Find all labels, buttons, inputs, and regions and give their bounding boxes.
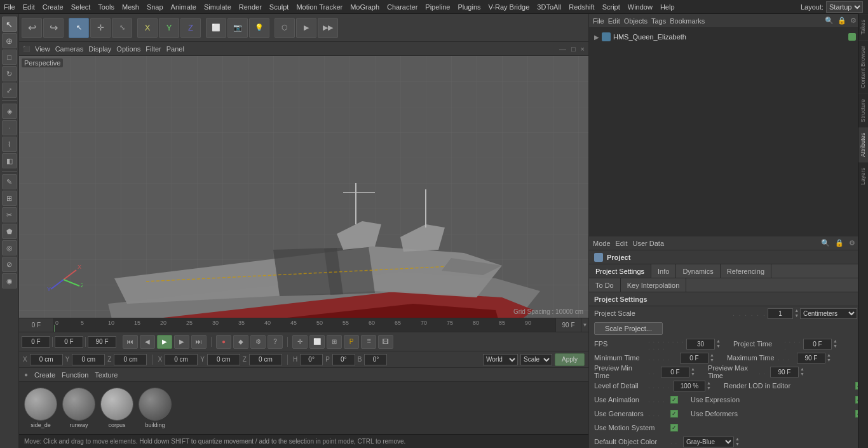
obj-settings-icon[interactable]: ⚙	[850, 17, 857, 25]
proj-time-arrows[interactable]: ▲ ▼	[833, 339, 837, 349]
y-axis-btn[interactable]: Y	[159, 18, 179, 38]
proj-scale-unit-select[interactable]: Centimeters	[800, 308, 857, 319]
scale-project-btn[interactable]: Scale Project...	[594, 322, 663, 335]
userdata-tab[interactable]: User Data	[633, 240, 665, 247]
proj-time-input[interactable]	[803, 339, 832, 350]
attributes-tab[interactable]: Attributes	[858, 127, 868, 162]
obj-search-icon[interactable]: 🔍	[825, 17, 834, 25]
render-active-btn[interactable]: ▶	[296, 18, 316, 38]
world-select[interactable]: World	[483, 354, 518, 365]
timeline-track[interactable]: 0 5 10 15 20 25 30 35 40 45 50 55 60 65 …	[54, 318, 555, 332]
min-time-arrows[interactable]: ▲ ▼	[710, 353, 714, 363]
light-btn[interactable]: 💡	[249, 18, 269, 38]
menu-snap[interactable]: Snap	[143, 0, 167, 14]
next-frame-btn[interactable]: ▶	[174, 335, 189, 349]
takes-tab[interactable]: Takes	[858, 14, 868, 40]
menu-edit[interactable]: Edit	[19, 0, 39, 14]
obj-bookmarks-menu[interactable]: Bookmarks	[670, 17, 705, 25]
obj-tags-menu[interactable]: Tags	[651, 17, 666, 25]
move-tool-btn[interactable]: ↖	[2, 17, 17, 32]
menu-window[interactable]: Window	[624, 0, 656, 14]
box-tc[interactable]: ⬜	[309, 335, 325, 349]
timeline-expand-btn[interactable]: ▼	[581, 318, 588, 332]
prev-min-input[interactable]	[661, 367, 689, 377]
obj-name[interactable]: HMS_Queen_Elizabeth	[613, 33, 686, 41]
obj-lock-icon[interactable]: 🔒	[837, 17, 846, 25]
proj-tab-info[interactable]: Info	[651, 264, 676, 278]
proj-scale-input[interactable]	[768, 308, 793, 319]
menu-3dto[interactable]: 3DToAll	[533, 0, 565, 14]
knife-btn[interactable]: ✂	[2, 207, 17, 222]
proj-tab-todo[interactable]: To Do	[589, 278, 621, 292]
material-runway[interactable]: runway	[62, 388, 95, 428]
render-all-btn[interactable]: ▶▶	[318, 18, 338, 38]
p-input[interactable]	[332, 354, 355, 365]
structure-tab[interactable]: Structure	[858, 93, 868, 128]
current-frame-input[interactable]: 0 F	[22, 336, 50, 348]
obj-file-menu[interactable]: File	[593, 17, 604, 25]
film-tc[interactable]: 🎞	[378, 335, 393, 349]
menu-script[interactable]: Script	[599, 0, 624, 14]
prev-frame-btn[interactable]: ◀	[140, 335, 155, 349]
use-anim-checkbox[interactable]: ✓	[670, 396, 678, 404]
grid-tc[interactable]: ⊞	[327, 335, 342, 349]
x-coord-input[interactable]	[30, 354, 63, 365]
menu-character[interactable]: Character	[383, 0, 421, 14]
frame-end-input[interactable]: 90 F	[88, 336, 116, 348]
viewport-menu-view[interactable]: View	[35, 45, 50, 53]
attr-settings-icon[interactable]: ⚙	[849, 239, 855, 247]
b-input[interactable]	[364, 354, 387, 365]
scale-select[interactable]: Scale	[520, 354, 552, 365]
edit-tab[interactable]: Edit	[616, 240, 628, 247]
menu-render[interactable]: Render	[235, 0, 266, 14]
viewport-close-btn[interactable]: ×	[581, 45, 585, 53]
viewport-canvas[interactable]: Perspective X Z Y Grid Spacing : 10000 c…	[19, 56, 588, 318]
proj-tab-settings[interactable]: Project Settings	[589, 264, 651, 278]
z2-coord-input[interactable]	[249, 354, 282, 365]
keyframe-btn[interactable]: ◆	[233, 335, 248, 349]
menu-select[interactable]: Select	[67, 0, 95, 14]
viewport-menu-display[interactable]: Display	[88, 45, 111, 53]
proj-tab-dynamics[interactable]: Dynamics	[676, 264, 720, 278]
x-axis-btn[interactable]: X	[137, 18, 158, 38]
dots-tc[interactable]: ⠿	[361, 335, 376, 349]
obj-view-menu[interactable]: Objects	[624, 17, 648, 25]
obj-vis-dot-green[interactable]	[848, 33, 856, 41]
viewport-minimize-btn[interactable]: —	[559, 45, 566, 53]
p-tc[interactable]: P	[344, 335, 359, 349]
select-tool-btn[interactable]: ⊕	[2, 33, 17, 48]
material-corpus[interactable]: corpus	[100, 388, 133, 428]
redo-btn[interactable]: ↪	[43, 18, 64, 38]
default-color-select[interactable]: Gray-Blue	[683, 437, 734, 447]
y-coord-input[interactable]	[72, 354, 105, 365]
attr-search-icon[interactable]: 🔍	[821, 239, 830, 247]
obj-mode-btn[interactable]: ◈	[2, 104, 17, 119]
edge-mode-btn[interactable]: ⌇	[2, 137, 17, 152]
mode-tab[interactable]: Mode	[593, 240, 611, 247]
menu-create[interactable]: Create	[39, 0, 67, 14]
magnet-btn[interactable]: ◎	[2, 240, 17, 255]
fps-arrows[interactable]: ▲ ▼	[716, 339, 721, 349]
snap-btn[interactable]: ⊞	[2, 191, 17, 206]
help-btn[interactable]: ?	[268, 335, 283, 349]
menu-pipeline[interactable]: Pipeline	[421, 0, 454, 14]
frame-start-input[interactable]: 0 F	[55, 336, 83, 348]
menu-plugins[interactable]: Plugins	[454, 0, 484, 14]
anim-settings-btn[interactable]: ⚙	[250, 335, 266, 349]
h-input[interactable]	[300, 354, 323, 365]
cube-tool-btn[interactable]: □	[2, 50, 17, 65]
viewport-menu-filter[interactable]: Filter	[146, 45, 161, 53]
menu-vray[interactable]: V-Ray Bridge	[485, 0, 534, 14]
record-btn[interactable]: ●	[216, 335, 231, 349]
attr-lock-icon[interactable]: 🔒	[835, 239, 844, 247]
go-start-btn[interactable]: ⏮	[123, 335, 138, 349]
sculpt-btn[interactable]: ◉	[2, 273, 17, 288]
scale-tool-btn[interactable]: ⤢	[2, 83, 17, 98]
y2-coord-input[interactable]	[207, 354, 240, 365]
menu-tools[interactable]: Tools	[94, 0, 118, 14]
menu-animate[interactable]: Animate	[167, 0, 200, 14]
menu-mograph[interactable]: MoGraph	[346, 0, 383, 14]
lod-arrows[interactable]: ▲ ▼	[707, 381, 711, 391]
go-end-btn[interactable]: ⏭	[191, 335, 207, 349]
max-time-arrows[interactable]: ▲ ▼	[827, 353, 831, 363]
